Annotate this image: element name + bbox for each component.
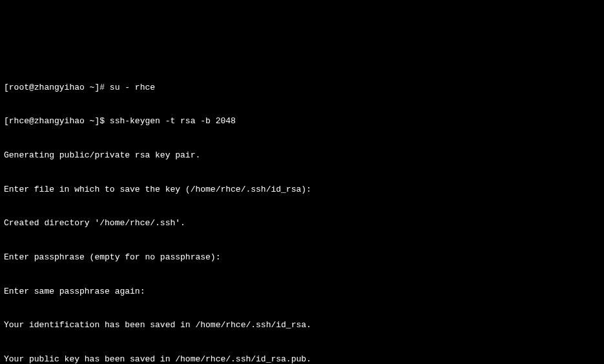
terminal-line: Your identification has been saved in /h… <box>4 319 600 331</box>
terminal-line: Enter file in which to save the key (/ho… <box>4 184 600 196</box>
terminal-line: [root@zhangyihao ~]# su - rhce <box>4 82 600 94</box>
terminal-window[interactable]: [root@zhangyihao ~]# su - rhce [rhce@zha… <box>0 57 604 364</box>
terminal-line: Created directory '/home/rhce/.ssh'. <box>4 217 600 229</box>
terminal-line: Enter same passphrase again: <box>4 286 600 298</box>
terminal-line: Enter passphrase (empty for no passphras… <box>4 252 600 263</box>
terminal-line: Generating public/private rsa key pair. <box>4 150 600 161</box>
terminal-line: Your public key has been saved in /home/… <box>4 354 600 364</box>
terminal-line: [rhce@zhangyihao ~]$ ssh-keygen -t rsa -… <box>4 116 600 127</box>
